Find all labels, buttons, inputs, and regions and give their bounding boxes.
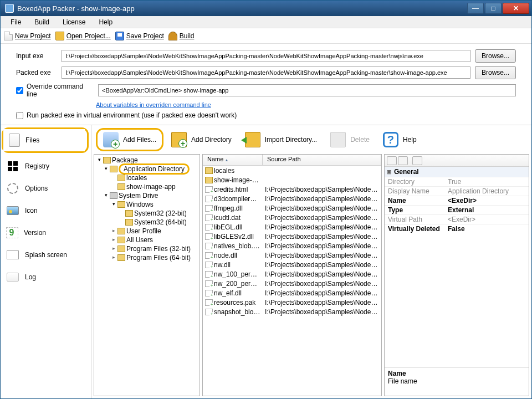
file-list[interactable]: Name Source Path localesshow-image-appcr…	[202, 154, 382, 396]
file-icon	[205, 205, 213, 212]
save-project-button[interactable]: Save Project	[115, 32, 164, 40]
list-item[interactable]: resources.pakI:\Projects\boxedapp\Sample…	[203, 298, 381, 307]
override-cmdline-label: Override command line	[27, 83, 95, 98]
about-variables-link[interactable]: About variables in overriden command lin…	[1, 101, 531, 108]
list-item[interactable]: natives_blob.binI:\Projects\boxedapp\Sam…	[203, 241, 381, 250]
options-icon	[6, 182, 19, 195]
menu-license[interactable]: License	[57, 17, 91, 27]
prop-categorized-icon[interactable]	[387, 156, 397, 165]
tree-windows[interactable]: Windows	[95, 200, 198, 209]
prop-row[interactable]: Name<ExeDir>	[385, 196, 529, 205]
nav-log[interactable]: Log	[1, 266, 91, 288]
help-icon: ?	[383, 132, 398, 147]
nav-files[interactable]: Files	[3, 129, 85, 151]
file-icon	[205, 214, 213, 221]
file-icon	[205, 290, 213, 296]
list-item[interactable]: show-image-app	[203, 175, 381, 185]
package-tree[interactable]: Package Application Directory locales sh…	[94, 154, 200, 396]
list-item[interactable]: nw.dllI:\Projects\boxedapp\Samples\NodeW…	[203, 260, 381, 269]
list-item[interactable]: ffmpeg.dllI:\Projects\boxedapp\Samples\N…	[203, 203, 381, 213]
list-item[interactable]: nw_200_perce...I:\Projects\boxedapp\Samp…	[203, 279, 381, 288]
add-files-icon	[103, 132, 119, 147]
new-project-button[interactable]: New Project	[4, 32, 51, 40]
prop-row[interactable]: Virtually DeletedFalse	[385, 224, 529, 233]
registry-icon	[6, 160, 19, 173]
tree-sysdrive[interactable]: System Drive	[95, 191, 198, 200]
tree-pf32[interactable]: Program Files (32-bit)	[95, 244, 198, 253]
import-directory-button[interactable]: Import Directory...	[239, 129, 323, 151]
override-cmdline-checkbox[interactable]	[16, 87, 23, 94]
list-item[interactable]: nw_elf.dllI:\Projects\boxedapp\Samples\N…	[203, 288, 381, 298]
nav-options[interactable]: Options	[1, 177, 91, 200]
prop-row[interactable]: DirectoryTrue	[385, 177, 529, 186]
files-toolbar: Add Files... Add Directory Import Direct…	[91, 125, 531, 154]
tree-sys32-32[interactable]: System32 (32-bit)	[95, 209, 198, 218]
prop-description: Name File name	[385, 367, 529, 396]
properties-panel: General DirectoryTrueDisplay NameApplica…	[384, 154, 529, 396]
list-item[interactable]: snapshot_blob....I:\Projects\boxedapp\Sa…	[203, 307, 381, 316]
tree-sys32-64[interactable]: System32 (64-bit)	[95, 218, 198, 227]
nav-splash[interactable]: Splash screen	[1, 244, 91, 266]
list-item[interactable]: libEGL.dllI:\Projects\boxedapp\Samples\N…	[203, 222, 381, 232]
col-name[interactable]: Name	[203, 155, 263, 165]
delete-icon	[330, 132, 346, 147]
save-icon	[115, 32, 124, 40]
prop-row[interactable]: Virtual Path<ExeDir>	[385, 214, 529, 224]
prop-row[interactable]: Display NameApplication Directory	[385, 186, 529, 196]
packed-exe-field[interactable]	[62, 66, 470, 79]
tree-appdir[interactable]: Application Directory	[95, 165, 198, 173]
exe-form: Input exe Browse... Packed exe Browse...	[1, 44, 531, 83]
prop-row[interactable]: TypeExternal	[385, 205, 529, 214]
tree-allusers[interactable]: All Users	[95, 236, 198, 244]
list-item[interactable]: node.dllI:\Projects\boxedapp\Samples\Nod…	[203, 250, 381, 260]
file-icon	[205, 309, 213, 315]
list-item[interactable]: nw_100_perce...I:\Projects\boxedapp\Samp…	[203, 269, 381, 279]
col-source[interactable]: Source Path	[263, 155, 381, 165]
prop-pages-icon[interactable]	[412, 156, 422, 165]
menu-bar: File Build License Help	[1, 16, 531, 28]
input-exe-field[interactable]	[62, 50, 470, 62]
prop-alpha-icon[interactable]	[398, 156, 408, 165]
file-icon	[205, 196, 213, 202]
nav-icon[interactable]: Icon	[1, 200, 91, 222]
app-icon	[5, 4, 14, 13]
tree-showimg[interactable]: show-image-app	[95, 182, 198, 191]
build-button[interactable]: Build	[168, 32, 195, 40]
open-project-button[interactable]: Open Project...	[55, 32, 111, 40]
menu-help[interactable]: Help	[93, 17, 118, 27]
run-virtual-checkbox[interactable]	[16, 112, 23, 119]
minimize-button[interactable]: —	[467, 3, 484, 14]
packed-exe-browse-button[interactable]: Browse...	[475, 66, 516, 79]
build-icon	[168, 32, 177, 40]
run-virtual-label: Run packed exe in virtual environment (u…	[27, 111, 237, 119]
menu-file[interactable]: File	[5, 17, 27, 27]
list-item[interactable]: credits.htmlI:\Projects\boxedapp\Samples…	[203, 185, 381, 194]
file-icon	[205, 252, 213, 259]
delete-button[interactable]: Delete	[325, 129, 375, 151]
list-item[interactable]: libGLESv2.dllI:\Projects\boxedapp\Sample…	[203, 232, 381, 241]
add-directory-button[interactable]: Add Directory	[166, 129, 237, 151]
input-exe-browse-button[interactable]: Browse...	[475, 49, 516, 63]
prop-category[interactable]: General	[385, 167, 529, 177]
help-button[interactable]: ? Help	[377, 129, 422, 151]
menu-build[interactable]: Build	[29, 17, 55, 27]
section-nav: Files Registry Options Icon 9 Version	[1, 125, 91, 398]
file-icon	[205, 186, 213, 193]
tree-userprof[interactable]: User Profile	[95, 227, 198, 236]
list-item[interactable]: icudtl.datI:\Projects\boxedapp\Samples\N…	[203, 213, 381, 222]
file-icon	[205, 262, 213, 268]
add-files-button[interactable]: Add Files...	[96, 128, 163, 151]
override-cmdline-field[interactable]	[98, 84, 516, 96]
tree-locales[interactable]: locales	[95, 173, 198, 182]
list-item[interactable]: d3dcompiler_4...I:\Projects\boxedapp\Sam…	[203, 194, 381, 203]
tree-pf64[interactable]: Program Files (64-bit)	[95, 253, 198, 262]
add-directory-icon	[171, 132, 187, 147]
files-icon	[9, 134, 20, 147]
nav-registry[interactable]: Registry	[1, 155, 91, 177]
maximize-button[interactable]: □	[485, 3, 502, 14]
list-item[interactable]: locales	[203, 166, 381, 175]
nav-version[interactable]: 9 Version	[1, 222, 91, 244]
close-button[interactable]: ✕	[503, 3, 529, 14]
folder-icon	[205, 167, 213, 174]
import-directory-icon	[245, 132, 260, 147]
